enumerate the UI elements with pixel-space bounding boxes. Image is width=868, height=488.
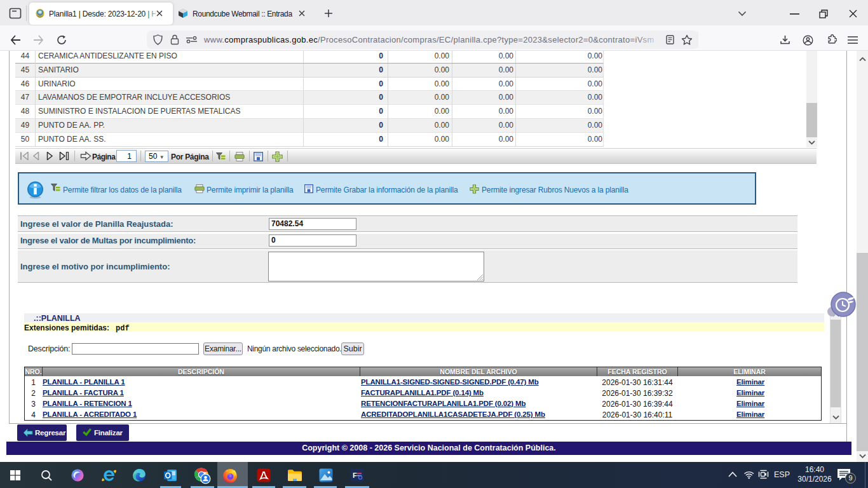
svg-text:F: F xyxy=(353,471,357,479)
